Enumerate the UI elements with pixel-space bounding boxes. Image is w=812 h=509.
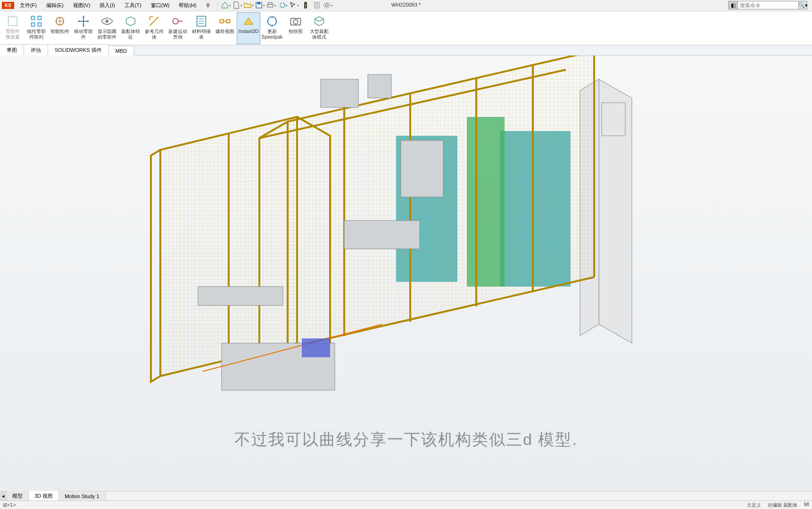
menu-pin-icon[interactable]: ⚲ xyxy=(202,1,214,10)
ribbon-update-speedpak[interactable]: 更新Speedpak xyxy=(260,12,284,44)
ribbon-label: 爆炸视图 xyxy=(215,29,234,34)
exploded-icon xyxy=(218,15,232,28)
svg-rect-12 xyxy=(38,16,41,20)
ribbon-large-assembly[interactable]: 大型装配体模式 xyxy=(307,12,331,44)
refgeom-icon xyxy=(148,15,161,28)
svg-rect-10 xyxy=(8,17,17,26)
ribbon-label: 装配体特征 xyxy=(119,29,142,40)
svg-point-16 xyxy=(106,20,109,23)
svg-point-9 xyxy=(325,4,328,7)
cursor-icon xyxy=(289,1,297,10)
move-icon xyxy=(77,15,90,28)
view-tabs-bar: ◂ 模型3D 视图Motion Study 1 xyxy=(0,491,812,501)
new-button[interactable]: ▾ xyxy=(233,1,242,10)
ribbon-label: 线性零部件阵列 xyxy=(25,29,48,40)
ribbon-show-hidden[interactable]: 显示隐藏的零部件 xyxy=(95,12,119,44)
print-button[interactable]: ▾ xyxy=(267,1,276,10)
save-button[interactable]: ▾ xyxy=(256,1,265,10)
select-button[interactable]: ▾ xyxy=(290,1,299,10)
snapshot-icon xyxy=(289,15,302,28)
ribbon-smart-fasteners[interactable]: 智能扣件 xyxy=(48,12,72,44)
undo-icon xyxy=(278,1,285,10)
undo-button[interactable]: ▾ xyxy=(278,1,288,10)
document-options-icon xyxy=(313,1,321,10)
app-badge: KS xyxy=(2,2,14,9)
ribbon-exploded-view[interactable]: 爆炸视图 xyxy=(213,12,237,44)
gear-icon xyxy=(323,1,331,10)
ribbon-move-component[interactable]: 移动零部件 xyxy=(72,12,95,44)
command-search: ◧ 🔍▾ xyxy=(728,1,807,9)
home-icon xyxy=(221,1,229,10)
document-title: WH220083 * xyxy=(391,2,421,8)
motion-icon xyxy=(171,15,184,28)
open-button[interactable]: ▾ xyxy=(244,1,254,10)
status-selection: 箱<1> xyxy=(3,502,16,509)
cm-tab-evaluate[interactable]: 评估 xyxy=(24,44,48,56)
ribbon-new-motion-study[interactable]: 新建运动算例 xyxy=(166,12,190,44)
graphics-area[interactable]: 不过我可以曲线分享一下该机构类似三d 模型. xyxy=(0,56,812,493)
search-input[interactable] xyxy=(737,1,799,9)
cm-tab-plugins[interactable]: SOLIDWORKS 插件 xyxy=(48,44,109,56)
bom-icon xyxy=(195,15,208,28)
ribbon-label: 拍快照 xyxy=(289,29,303,34)
new-doc-icon xyxy=(232,1,240,10)
menu-tools[interactable]: 工具(T) xyxy=(121,0,145,10)
menu-view[interactable]: 视图(V) xyxy=(69,0,94,10)
status-units: MI xyxy=(804,502,809,509)
largeasm-icon xyxy=(313,15,326,28)
ribbon-instant3d[interactable]: Instant3D xyxy=(237,12,260,44)
menu-help[interactable]: 帮助(H) xyxy=(175,0,200,10)
ribbon-toolbar: 零部件预览窗线性零部件阵列智能扣件移动零部件显示隐藏的零部件装配体特征参考几何体… xyxy=(0,11,812,45)
ribbon-label: 智能扣件 xyxy=(50,29,69,34)
view-tab-model[interactable]: 模型 xyxy=(7,491,29,501)
ribbon-assembly-features[interactable]: 装配体特征 xyxy=(119,12,142,44)
svg-rect-33 xyxy=(401,140,443,197)
menu-file[interactable]: 文件(F) xyxy=(16,0,41,10)
speedpak-icon xyxy=(265,15,279,28)
search-scope-icon[interactable]: ◧ xyxy=(728,1,737,9)
ribbon-reference-geometry[interactable]: 参考几何体 xyxy=(142,12,166,44)
cm-tab-sketch[interactable]: 草图 xyxy=(0,44,24,56)
svg-point-6 xyxy=(305,4,306,6)
ribbon-linear-pattern[interactable]: 线性零部件阵列 xyxy=(25,12,48,44)
ribbon-take-snapshot[interactable]: 拍快照 xyxy=(284,12,307,44)
ribbon-label: 零部件预览窗 xyxy=(6,29,20,40)
ribbon-bom[interactable]: 材料明细表 xyxy=(190,12,213,44)
cm-tab-mbd[interactable]: MBD xyxy=(109,46,134,56)
svg-rect-35 xyxy=(198,287,283,305)
traffic-light-icon xyxy=(302,1,309,10)
svg-rect-32 xyxy=(368,74,391,98)
separator xyxy=(217,2,218,9)
svg-rect-20 xyxy=(227,20,230,23)
svg-rect-13 xyxy=(32,23,35,26)
assembly-3d-model xyxy=(146,56,655,437)
svg-point-23 xyxy=(293,20,298,24)
status-editing: 在编辑 装配体 xyxy=(768,502,797,509)
view-tab-3dview[interactable]: 3D 视图 xyxy=(29,491,59,501)
menu-window[interactable]: 窗口(W) xyxy=(147,0,174,10)
menu-edit[interactable]: 编辑(E) xyxy=(42,0,67,10)
rebuild-button[interactable] xyxy=(301,1,310,10)
view-tab-motion[interactable]: Motion Study 1 xyxy=(59,492,105,501)
ribbon-label: Instant3D xyxy=(239,29,259,34)
search-button[interactable]: 🔍▾ xyxy=(799,1,807,9)
ribbon-label: 移动零部件 xyxy=(72,29,95,40)
ribbon-insert-components: 零部件预览窗 xyxy=(1,12,25,44)
print-icon xyxy=(266,1,274,10)
svg-rect-31 xyxy=(321,79,358,107)
search-icon: 🔍 xyxy=(798,2,805,8)
svg-rect-34 xyxy=(344,221,420,249)
svg-rect-2 xyxy=(267,4,273,7)
fastener-icon xyxy=(53,15,66,28)
view-tabs-scroll-left[interactable]: ◂ xyxy=(0,492,7,501)
home-button[interactable]: ▾ xyxy=(222,1,231,10)
save-icon xyxy=(255,1,263,10)
menu-insert[interactable]: 插入(I) xyxy=(96,0,118,10)
svg-rect-38 xyxy=(302,338,330,357)
options-button[interactable] xyxy=(312,1,322,10)
component-icon xyxy=(6,15,19,28)
video-subtitle-overlay: 不过我可以曲线分享一下该机构类似三d 模型. xyxy=(234,429,578,451)
command-manager-tabs: 草图评估SOLIDWORKS 插件MBD xyxy=(0,45,812,56)
settings-button[interactable]: ▾ xyxy=(323,1,333,10)
svg-rect-19 xyxy=(220,20,224,23)
